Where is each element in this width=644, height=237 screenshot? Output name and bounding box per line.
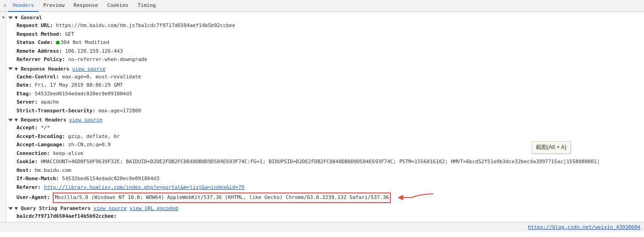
remote-address-value: 106.120.159.126:443 [65,48,123,54]
rqh-accept-encoding-value: gzip, deflate, br [68,133,120,139]
response-headers-collapse-icon[interactable] [8,67,13,70]
rqh-if-none-match-value: 54532bed6154edadc820ec9e091804d3 [62,176,159,182]
qs-ba1cdc: ba1cdc7f9717d6504aef14b5b92ccbee: [17,212,642,221]
rh-date-label: Date: [17,82,35,88]
rh-etag: Etag: 54532bed6154edadc820ec9e091804d3 [17,90,642,99]
tooltip-text: 截图(Alt + A) [536,144,566,150]
rqh-referer-label: Referer: [17,184,44,190]
rqh-user-agent-highlighted: Mozilla/5.0 (Windows NT 10.0; WOW64) App… [53,193,390,203]
tab-bar: × Headers Preview Response Cookies Timin… [0,0,644,12]
rqh-host-value: hm.baidu.com [35,167,71,173]
qs-ba1cdc-label: ba1cdc7f9717d6504aef14b5b92ccbee: [17,213,117,219]
left-panel: ◀ [0,12,6,222]
response-headers-section-header: ▼ Response Headers view source [8,64,642,73]
rqh-cookie-value: HMACCOUNT=46D8F50F9639F32E; BAIDUID=D2DE… [41,159,600,165]
referrer-policy-value: no-referrer-when-downgrade [68,56,147,62]
status-code-label: Status Code: [17,39,56,45]
request-method-label: Request Method: [17,31,65,37]
rh-sts-label: Strict-Transport-Security: [17,108,99,114]
rh-server-label: Server: [17,99,41,105]
rqh-user-agent-value: Mozilla/5.0 (Windows NT 10.0; WOW64) App… [55,194,389,200]
main-wrapper: ◀ 截图(Alt + A) ▼ General Request URL: htt… [0,12,644,222]
query-string-view-url-encoded[interactable]: view URL encoded [129,205,178,211]
status-bar: https://blog.csdn.net/weixin_43930604 [0,222,644,232]
response-headers-view-source[interactable]: view source [72,66,105,72]
red-arrow-icon [398,192,434,203]
rqh-if-none-match-label: If-None-Match: [17,176,62,182]
rqh-accept-value: */* [41,125,50,131]
remote-address-label: Remote Address: [17,48,65,54]
screenshot-tooltip: 截图(Alt + A) [532,141,571,154]
tab-headers[interactable]: Headers [8,0,39,12]
rqh-accept-label: Accept: [17,125,41,131]
rqh-host-label: Host: [17,167,35,173]
rqh-accept-language-label: Accept-Language: [17,142,68,148]
rh-server-value: apache [41,99,59,105]
query-string-title: ▼ Query String Parameters [15,205,91,211]
rqh-accept-encoding-label: Accept-Encoding: [17,133,68,139]
general-title: ▼ General [15,15,42,21]
general-request-url: Request URL: https://hm.baidu.com/hm.js?… [17,22,642,30]
query-string-content: ba1cdc7f9717d6504aef14b5b92ccbee: [8,212,642,221]
rqh-accept-language-value: zh-CN,zh;q=0.9 [68,142,111,148]
general-status-code: Status Code: 304 Not Modified [17,39,642,47]
request-headers-view-source[interactable]: view source [69,117,103,123]
general-content: Request URL: https://hm.baidu.com/hm.js?… [8,22,642,64]
rh-cache-control: Cache-Control: max-age=0, must-revalidat… [17,73,642,82]
rqh-user-agent: User-Agent: Mozilla/5.0 (Windows NT 10.0… [17,192,642,204]
request-headers-title: ▼ Request Headers [15,117,67,123]
response-headers-content: Cache-Control: max-age=0, must-revalidat… [8,73,642,116]
query-string-collapse-icon[interactable] [8,207,13,210]
request-method-value: GET [65,31,74,37]
rqh-connection-value: keep-alive [53,150,83,156]
general-request-method: Request Method: GET [17,30,642,39]
general-remote-address: Remote Address: 106.120.159.126:443 [17,47,642,56]
main-content: 截图(Alt + A) ▼ General Request URL: https… [6,12,644,222]
rqh-host: Host: hm.baidu.com [17,166,642,175]
left-panel-collapse[interactable]: ◀ [1,15,6,19]
rqh-if-none-match: If-None-Match: 54532bed6154edadc820ec9e0… [17,175,642,183]
referrer-policy-label: Referrer Policy: [17,56,68,62]
status-code-value: 304 Not Modified [61,39,109,45]
tab-timing[interactable]: Timing [133,0,161,12]
rh-etag-label: Etag: [17,91,35,97]
request-headers-section-header: ▼ Request Headers view source [8,115,642,124]
rh-date-value: Fri, 17 May 2019 08:06:29 GMT [35,82,123,88]
rqh-cookie-label: Cookie: [17,159,41,165]
rqh-cookie: Cookie: HMACCOUNT=46D8F50F9639F32E; BAID… [17,158,631,166]
request-url-value: https://hm.baidu.com/hm.js?ba1cdc7f9717d… [56,22,235,28]
general-collapse-icon[interactable] [8,17,13,19]
rqh-connection-label: Connection: [17,150,53,156]
rh-date: Date: Fri, 17 May 2019 08:06:29 GMT [17,81,642,90]
status-green-dot [56,41,60,44]
query-string-view-source[interactable]: view source [94,205,127,211]
rqh-referer: Referer: http://library.hualixy.com/inde… [17,183,642,192]
rqh-user-agent-label: User-Agent: [17,194,53,200]
general-referrer-policy: Referrer Policy: no-referrer-when-downgr… [17,55,642,64]
rqh-referer-value[interactable]: http://library.hualixy.com/index.php?e=p… [44,184,244,190]
rh-server: Server: apache [17,98,642,107]
rh-sts: Strict-Transport-Security: max-age=17280… [17,107,642,116]
status-bar-url[interactable]: https://blog.csdn.net/weixin_43930604 [528,224,640,230]
tab-preview[interactable]: Preview [39,0,69,12]
request-url-label: Request URL: [17,22,56,28]
rqh-accept-encoding: Accept-Encoding: gzip, deflate, br [17,132,642,141]
close-button[interactable]: × [2,2,8,9]
rh-cache-control-label: Cache-Control: [17,74,62,80]
rh-sts-value: max-age=172800 [99,108,141,114]
tab-response[interactable]: Response [69,0,103,12]
tab-cookies[interactable]: Cookies [103,0,133,12]
rh-cache-control-value: max-age=0, must-revalidate [62,74,141,80]
request-headers-collapse-icon[interactable] [8,119,13,121]
response-headers-title: ▼ Response Headers [15,66,69,72]
rqh-accept: Accept: */* [17,124,642,132]
rh-etag-value: 54532bed6154edadc820ec9e091804d3 [35,91,132,97]
query-string-section-header: ▼ Query String Parameters view source vi… [8,204,642,212]
general-section-header: ▼ General [8,13,642,22]
request-headers-content: Accept: */* Accept-Encoding: gzip, defla… [8,124,642,204]
